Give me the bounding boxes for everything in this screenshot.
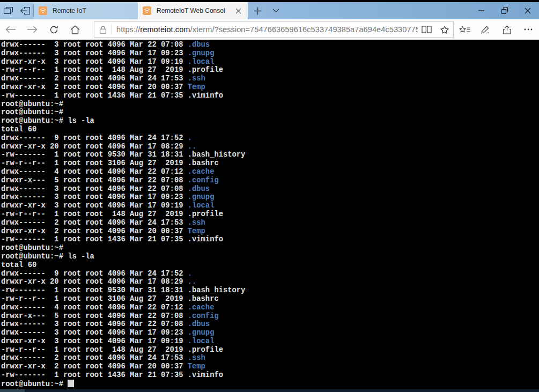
tab-preview-icon	[4, 7, 13, 14]
settings-menu-button[interactable]	[518, 19, 538, 40]
web-note-button[interactable]	[476, 19, 496, 40]
terminal-line: drwx------ 4 root root 4096 Mar 22 07:12…	[1, 168, 539, 176]
url-domain: remoteiot.com	[140, 25, 190, 34]
add-favorite-button[interactable]	[435, 22, 453, 37]
close-window-button[interactable]	[516, 2, 539, 19]
terminal-line: drwx------ 3 root root 4096 Mar 17 09:23…	[1, 49, 539, 58]
forward-button[interactable]	[21, 19, 43, 40]
pen-icon	[481, 25, 490, 34]
set-tabs-aside-icon	[20, 7, 30, 14]
url-path: /xterm/?session=7547663659616c533749385a…	[190, 25, 418, 34]
terminal-line: root@ubuntu:~# ls -la	[1, 117, 539, 125]
terminal-line: drwxr-xr-x 20 root root 4096 Mar 17 08:2…	[1, 143, 539, 151]
set-tabs-aside-button[interactable]	[17, 2, 33, 19]
address-bar[interactable]: https://remoteiot.com/xterm/?session=754…	[94, 21, 454, 38]
star-icon	[440, 26, 449, 34]
hub-button[interactable]	[454, 19, 475, 40]
terminal-line: -rw-r--r-- 1 root root 3106 Aug 27 2019 …	[1, 295, 539, 304]
terminal-cursor	[68, 380, 74, 387]
home-button[interactable]	[64, 19, 86, 40]
lock-icon	[94, 26, 111, 34]
refresh-button[interactable]	[43, 19, 64, 40]
terminal-line: root@ubuntu:~#	[1, 100, 539, 109]
url-scheme: https://	[116, 25, 140, 34]
restore-button[interactable]	[493, 2, 516, 19]
terminal-line: drwx------ 2 root root 4096 Mar 24 17:53…	[1, 75, 539, 83]
terminal-line: -rw------- 1 root root 1436 Mar 21 07:35…	[1, 92, 539, 100]
tabbar-spacer	[284, 2, 470, 19]
terminal-line: root@ubuntu:~#	[1, 244, 539, 253]
terminal-line: drwx------ 3 root root 4096 Mar 22 07:08…	[1, 320, 539, 329]
terminal-line: root@ubuntu:~# ls -la	[1, 253, 539, 261]
terminal-line: drwxr-xr-x 2 root root 4096 Mar 20 00:37…	[1, 83, 539, 92]
plus-icon	[254, 7, 262, 15]
toolbar-right	[454, 19, 539, 40]
terminal-line: -rw------- 1 root root 1436 Mar 21 07:35…	[1, 235, 539, 244]
forward-arrow-icon	[27, 26, 38, 33]
terminal-line: drwx------ 9 root root 4096 Mar 24 17:52…	[1, 134, 539, 143]
book-icon	[422, 26, 432, 33]
remoteiot-favicon-icon	[39, 6, 47, 15]
terminal-line: drwx------ 3 root root 4096 Mar 22 07:08…	[1, 41, 539, 49]
back-arrow-icon	[5, 26, 16, 33]
restore-icon	[501, 8, 508, 14]
share-button[interactable]	[497, 19, 517, 40]
terminal-line: root@ubuntu:~#	[1, 108, 539, 117]
back-button[interactable]	[0, 19, 21, 40]
terminal-line: drwxr-x--- 5 root root 4096 Mar 22 07:08…	[1, 176, 539, 185]
horizontal-scrollbar[interactable]	[0, 389, 539, 392]
terminal-line: -rw------- 1 root root 9530 Mar 31 18:31…	[1, 151, 539, 159]
terminal-line: total 60	[1, 125, 539, 134]
terminal-line: -rw------- 1 root root 9530 Mar 31 18:31…	[1, 286, 539, 295]
tab-bar: Remote IoT RemoteIoT Web Consol	[0, 2, 539, 19]
remoteiot-favicon-icon	[143, 6, 151, 15]
minimize-icon	[478, 10, 484, 11]
terminal-line: drwx------ 3 root root 4096 Mar 17 09:23…	[1, 329, 539, 337]
terminal-line: drwxr-x--- 5 root root 4096 Mar 22 07:08…	[1, 312, 539, 321]
favorites-list-icon	[459, 26, 470, 34]
tab-close-button[interactable]	[233, 6, 243, 16]
terminal-line: drwxr-xr-x 2 root root 4096 Mar 20 00:37…	[1, 363, 539, 371]
tab-remoteiot-web-console[interactable]: RemoteIoT Web Consol	[138, 2, 248, 19]
terminal-line: drwx------ 2 root root 4096 Mar 24 17:53…	[1, 219, 539, 227]
terminal-output[interactable]: drwx------ 3 root root 4096 Mar 22 07:08…	[0, 40, 539, 389]
terminal-line: drwx------ 2 root root 4096 Mar 24 17:53…	[1, 354, 539, 363]
terminal-line: drwxr-xr-x 3 root root 4096 Mar 17 09:19…	[1, 58, 539, 66]
terminal-line: drwxr-xr-x 20 root root 4096 Mar 17 08:2…	[1, 278, 539, 286]
close-icon	[525, 8, 531, 14]
minimize-button[interactable]	[470, 2, 493, 19]
terminal-line: -rw-r--r-- 1 root root 148 Aug 27 2019 .…	[1, 210, 539, 219]
terminal-line: drwxr-xr-x 3 root root 4096 Mar 17 09:19…	[1, 202, 539, 210]
scrollbar-thumb[interactable]	[0, 389, 25, 392]
home-icon	[70, 25, 80, 34]
terminal-line: root@ubuntu:~#	[1, 380, 539, 388]
refresh-icon	[49, 25, 58, 34]
tab-title: RemoteIoT Web Consol	[157, 7, 231, 14]
terminal-line: drwxr-xr-x 2 root root 4096 Mar 20 00:37…	[1, 227, 539, 236]
new-tab-button[interactable]	[248, 2, 267, 19]
terminal-line: total 60	[1, 261, 539, 270]
share-icon	[503, 25, 512, 34]
terminal-line: -rw------- 1 root root 1436 Mar 21 07:35…	[1, 371, 539, 380]
tab-remote-iot[interactable]: Remote IoT	[34, 2, 138, 19]
browser-toolbar: https://remoteiot.com/xterm/?session=754…	[0, 19, 539, 40]
terminal-line: drwx------ 3 root root 4096 Mar 22 07:08…	[1, 185, 539, 194]
tab-list-button[interactable]	[267, 2, 284, 19]
reading-view-button[interactable]	[418, 22, 435, 37]
terminal-line: drwx------ 9 root root 4096 Mar 24 17:52…	[1, 270, 539, 278]
more-dots-icon	[524, 28, 533, 31]
chevron-down-icon	[272, 9, 279, 13]
url-text[interactable]: https://remoteiot.com/xterm/?session=754…	[112, 25, 418, 34]
terminal-line: -rw-r--r-- 1 root root 148 Aug 27 2019 .…	[1, 66, 539, 75]
tab-preview-button[interactable]	[0, 2, 17, 19]
terminal-line: drwxr-xr-x 3 root root 4096 Mar 17 09:19…	[1, 337, 539, 346]
terminal-line: -rw-r--r-- 1 root root 148 Aug 27 2019 .…	[1, 346, 539, 354]
terminal-line: drwx------ 3 root root 4096 Mar 17 09:23…	[1, 193, 539, 202]
terminal-line: drwx------ 4 root root 4096 Mar 22 07:12…	[1, 304, 539, 312]
tab-title: Remote IoT	[53, 7, 133, 14]
terminal-line: -rw-r--r-- 1 root root 3106 Aug 27 2019 …	[1, 159, 539, 168]
